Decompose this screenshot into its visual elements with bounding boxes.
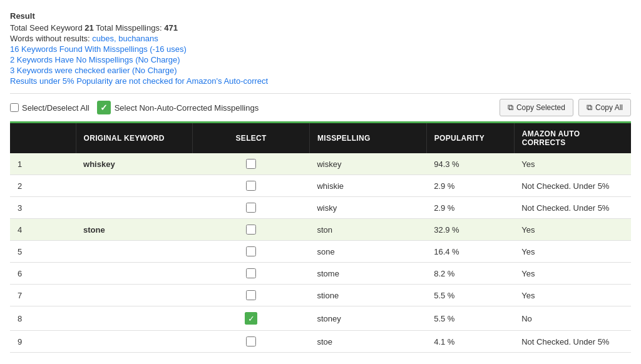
misspellings-prefix: Total Misspellings: (94, 23, 164, 33)
cell-misspelling: whiskie (309, 175, 426, 197)
cell-original-keyword: whiskey (76, 153, 193, 175)
select-deselect-all-label[interactable]: Select/Deselect All (10, 103, 90, 113)
cell-select: ✓ (193, 306, 310, 331)
row-checkbox[interactable] (246, 159, 256, 169)
link1-anchor[interactable]: 16 Keywords Found With Misspellings (-16… (10, 44, 187, 54)
table-row: 7stione5.5 %Yes (10, 285, 631, 306)
cell-select (193, 219, 310, 241)
cell-popularity: 5.5 % (426, 306, 514, 331)
select-non-auto-text: Select Non-Auto-Corrected Misspellings (115, 103, 259, 113)
link2-anchor[interactable]: 2 Keywords Have No Misspellings (No Char… (10, 55, 180, 64)
cell-no: 3 (10, 197, 76, 219)
copy-selected-icon: ⧉ (508, 103, 513, 113)
link4: Results under 5% Popularity are not chec… (10, 76, 631, 86)
header-original-keyword: ORIGINAL KEYWORD (76, 123, 193, 153)
cell-no: 2 (10, 175, 76, 197)
toolbar-left: Select/Deselect All ✓ Select Non-Auto-Co… (10, 101, 492, 114)
row-checkbox[interactable] (246, 203, 256, 213)
cell-select (193, 331, 310, 353)
cell-amazon-auto-corrects: Yes (514, 263, 631, 285)
toolbar: Select/Deselect All ✓ Select Non-Auto-Co… (10, 93, 631, 123)
misspellings-count: 471 (164, 23, 178, 33)
header-select: SELECT (193, 123, 310, 153)
cell-misspelling: ston (309, 219, 426, 241)
words-link[interactable]: cubes, buchanans (92, 34, 158, 43)
cell-original-keyword (76, 285, 193, 306)
copy-all-button[interactable]: ⧉ Copy All (578, 99, 631, 116)
row-checkbox[interactable] (246, 290, 256, 300)
link3: 3 Keywords were checked earlier (No Char… (10, 66, 631, 75)
cell-popularity: 5.5 % (426, 285, 514, 306)
copy-all-label: Copy All (595, 103, 623, 112)
table-body: 1whiskeywiskey94.3 %Yes2whiskie2.9 %Not … (10, 153, 631, 353)
row-checkbox[interactable] (246, 225, 256, 235)
select-non-auto-wrapper: ✓ Select Non-Auto-Corrected Misspellings (97, 101, 259, 114)
link3-anchor[interactable]: 3 Keywords were checked earlier (No Char… (10, 66, 177, 75)
header-misspelling: MISSPELLING (309, 123, 426, 153)
table-row: 3wisky2.9 %Not Checked. Under 5% (10, 197, 631, 219)
table-row: 6stome8.2 %Yes (10, 263, 631, 285)
cell-select (193, 241, 310, 263)
result-title: Result (10, 11, 631, 21)
link2: 2 Keywords Have No Misspellings (No Char… (10, 55, 631, 64)
header-amazon-auto-corrects: AMAZON AUTO CORRECTS (514, 123, 631, 153)
select-deselect-all-text: Select/Deselect All (22, 103, 90, 113)
table-row: 9stoe4.1 %Not Checked. Under 5% (10, 331, 631, 353)
cell-no: 7 (10, 285, 76, 306)
checked-checkbox[interactable]: ✓ (245, 312, 257, 325)
cell-original-keyword (76, 197, 193, 219)
header-row: ORIGINAL KEYWORD SELECT MISSPELLING POPU… (10, 123, 631, 153)
words-without-results: Words without results: cubes, buchanans (10, 34, 631, 43)
cell-popularity: 2.9 % (426, 175, 514, 197)
link4-anchor[interactable]: Results under 5% Popularity are not chec… (10, 76, 268, 86)
row-checkbox[interactable] (246, 268, 256, 278)
cell-select (193, 263, 310, 285)
seed-count: 21 (85, 23, 93, 33)
cell-amazon-auto-corrects: No (514, 306, 631, 331)
main-container: Result Total Seed Keyword 21 Total Missp… (0, 0, 641, 359)
copy-all-icon: ⧉ (587, 103, 592, 113)
cell-no: 8 (10, 306, 76, 331)
select-deselect-all-checkbox[interactable] (10, 103, 19, 112)
copy-selected-button[interactable]: ⧉ Copy Selected (500, 99, 573, 116)
cell-original-keyword (76, 306, 193, 331)
cell-no: 1 (10, 153, 76, 175)
cell-amazon-auto-corrects: Not Checked. Under 5% (514, 197, 631, 219)
copy-selected-label: Copy Selected (516, 103, 565, 112)
cell-misspelling: wisky (309, 197, 426, 219)
results-table: ORIGINAL KEYWORD SELECT MISSPELLING POPU… (10, 123, 631, 353)
cell-select (193, 175, 310, 197)
cell-no: 9 (10, 331, 76, 353)
cell-original-keyword: stone (76, 219, 193, 241)
result-section: Result Total Seed Keyword 21 Total Missp… (10, 6, 631, 93)
cell-popularity: 32.9 % (426, 219, 514, 241)
cell-misspelling: sone (309, 241, 426, 263)
table-row: 2whiskie2.9 %Not Checked. Under 5% (10, 175, 631, 197)
table-row: 1whiskeywiskey94.3 %Yes (10, 153, 631, 175)
cell-misspelling: stoe (309, 331, 426, 353)
cell-misspelling: stione (309, 285, 426, 306)
header-no (10, 123, 76, 153)
row-checkbox[interactable] (246, 246, 256, 256)
cell-amazon-auto-corrects: Yes (514, 285, 631, 306)
row-checkbox[interactable] (246, 336, 256, 346)
cell-popularity: 4.1 % (426, 331, 514, 353)
cell-original-keyword (76, 331, 193, 353)
cell-original-keyword (76, 175, 193, 197)
cell-no: 4 (10, 219, 76, 241)
toolbar-right: ⧉ Copy Selected ⧉ Copy All (500, 99, 631, 116)
table-header: ORIGINAL KEYWORD SELECT MISSPELLING POPU… (10, 123, 631, 153)
seed-prefix: Total Seed Keyword (10, 23, 85, 33)
cell-original-keyword (76, 241, 193, 263)
table-row: 4stoneston32.9 %Yes (10, 219, 631, 241)
summary-line: Total Seed Keyword 21 Total Misspellings… (10, 23, 631, 33)
cell-amazon-auto-corrects: Yes (514, 153, 631, 175)
cell-select (193, 197, 310, 219)
cell-amazon-auto-corrects: Not Checked. Under 5% (514, 175, 631, 197)
table-row: 5sone16.4 %Yes (10, 241, 631, 263)
row-checkbox[interactable] (246, 181, 256, 191)
table-row: 8✓stoney5.5 %No (10, 306, 631, 331)
cell-amazon-auto-corrects: Not Checked. Under 5% (514, 331, 631, 353)
cell-misspelling: stoney (309, 306, 426, 331)
cell-amazon-auto-corrects: Yes (514, 219, 631, 241)
